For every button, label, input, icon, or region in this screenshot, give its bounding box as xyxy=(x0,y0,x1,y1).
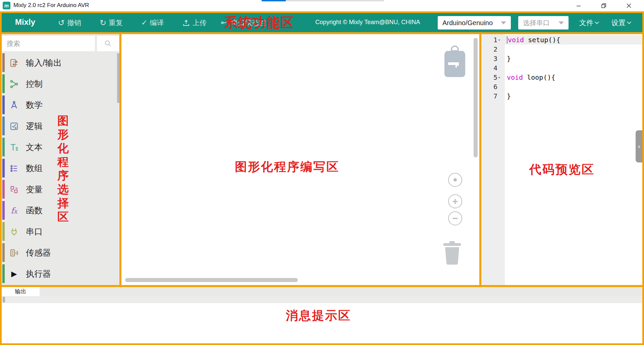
search-input[interactable] xyxy=(2,36,95,51)
fold-arrow-icon: ▾ xyxy=(498,75,502,80)
function-icon: fx xyxy=(9,206,19,216)
chevron-down-icon xyxy=(501,21,506,24)
actuator-icon: ▶ xyxy=(9,269,19,279)
sidebar-item-actuator[interactable]: ▶执行器 xyxy=(2,263,119,284)
workspace-canvas[interactable]: + − xyxy=(121,34,479,285)
center-target-icon xyxy=(453,178,457,182)
line-number: 6 xyxy=(493,83,497,91)
toolbar-item-compile[interactable]: ✓编译 xyxy=(141,13,164,32)
sidebar-item-control[interactable]: 控制 xyxy=(2,73,119,94)
canvas-horizontal-scrollbar[interactable] xyxy=(125,278,298,282)
code-line-5[interactable]: 5▾void loop(){ xyxy=(481,73,642,82)
canvas-vertical-scrollbar[interactable] xyxy=(474,38,478,157)
category-color-strip xyxy=(2,138,5,156)
zoom-center-button[interactable] xyxy=(448,173,462,187)
line-number: 4 xyxy=(493,64,497,72)
code-lines: 1▾void setup(){23}45▾void loop(){67} xyxy=(481,35,642,101)
line-number: 5 xyxy=(493,73,497,81)
code-line-4[interactable]: 4 xyxy=(481,63,642,73)
output-scroll-strip xyxy=(2,296,642,303)
category-color-strip xyxy=(2,95,5,114)
category-color-strip xyxy=(2,243,5,262)
category-label: 传感器 xyxy=(26,247,51,258)
variable-icon xyxy=(9,185,19,195)
sidebar-item-math[interactable]: 数学 xyxy=(2,94,119,116)
sidebar-item-function[interactable]: fx函数 xyxy=(2,200,119,221)
app-frame: Mixly ↺撤销↻重复✓编译上传串口状态栏 Copyright © Mixly… xyxy=(0,11,644,345)
chevron-right-icon: › xyxy=(637,142,641,150)
zoom-in-button[interactable]: + xyxy=(448,194,462,208)
line-number: 2 xyxy=(493,45,497,53)
category-label: 数学 xyxy=(26,99,43,111)
restore-button[interactable] xyxy=(596,1,611,11)
toolbar-item-label: 串口状态栏 xyxy=(231,18,266,27)
math-icon xyxy=(9,100,19,110)
minimize-button[interactable] xyxy=(571,1,586,11)
window-title: Mixly 2.0 rc2 For Arduino AVR xyxy=(13,2,89,9)
zoom-out-button[interactable]: − xyxy=(448,211,462,225)
upload-icon xyxy=(182,19,190,27)
serial-port-icon xyxy=(9,227,19,237)
code-line-7[interactable]: 7} xyxy=(481,91,642,101)
tab-output[interactable]: 输出 xyxy=(2,287,40,296)
toolbar-item-upload[interactable]: 上传 xyxy=(182,13,207,32)
sidebar-item-array[interactable]: 数组 xyxy=(2,158,119,179)
line-number: 3 xyxy=(493,55,497,63)
chevron-down-icon xyxy=(595,20,599,24)
close-button[interactable] xyxy=(621,1,637,11)
trash-icon[interactable] xyxy=(443,240,462,265)
control-icon xyxy=(9,79,19,89)
category-label: 文本 xyxy=(26,142,43,153)
app-window: m Mixly 2.0 rc2 For Arduino AVR Mixly ↺撤… xyxy=(0,0,644,345)
toolbar-item-redo[interactable]: ↻重复 xyxy=(100,13,123,32)
category-color-strip xyxy=(2,264,5,283)
toolbar-item-serial-status[interactable]: 串口状态栏 xyxy=(220,13,266,32)
category-color-strip xyxy=(2,222,5,241)
minus-icon: − xyxy=(452,213,458,223)
port-select-value: 选择串口 xyxy=(523,18,550,27)
plus-icon: + xyxy=(452,196,458,206)
sensor-icon xyxy=(9,248,19,258)
sidebar-item-io[interactable]: 输入/输出 xyxy=(2,52,119,73)
category-list: 输入/输出控制数学逻辑文本数组变量fx函数串口传感器▶执行器 xyxy=(2,52,119,284)
output-area: 输出 xyxy=(2,287,642,343)
sidebar-item-logic[interactable]: 逻辑 xyxy=(2,116,119,137)
code-line-6[interactable]: 6 xyxy=(481,82,642,91)
category-label: 变量 xyxy=(26,184,43,195)
category-color-strip xyxy=(2,117,5,135)
category-label: 输入/输出 xyxy=(26,57,62,68)
code-preview-panel: 1▾void setup(){23}45▾void loop(){67} › xyxy=(481,34,642,285)
line-number: 7 xyxy=(493,92,497,100)
category-label: 串口 xyxy=(26,226,43,237)
settings-menu[interactable]: 设置 xyxy=(611,18,631,27)
search-button[interactable] xyxy=(97,36,119,51)
sidebar-item-sensor[interactable]: 传感器 xyxy=(2,242,119,263)
category-color-strip xyxy=(2,180,5,199)
port-select-dropdown[interactable]: 选择串口 xyxy=(518,16,569,29)
title-progress-gray-bar xyxy=(286,0,384,1)
io-icon xyxy=(9,58,19,68)
array-icon xyxy=(9,163,19,174)
title-bar: m Mixly 2.0 rc2 For Arduino AVR xyxy=(0,0,644,11)
file-menu[interactable]: 文件 xyxy=(579,18,598,27)
toolbar-item-undo[interactable]: ↺撤销 xyxy=(58,13,81,32)
sidebar-item-variable[interactable]: 变量 xyxy=(2,179,119,200)
collapse-panel-button[interactable]: › xyxy=(636,130,642,162)
board-select-dropdown[interactable]: Arduino/Genuino xyxy=(438,16,511,29)
main-row: 输入/输出控制数学逻辑文本数组变量fx函数串口传感器▶执行器 + xyxy=(2,34,642,285)
category-color-strip xyxy=(2,53,5,72)
sidebar-item-serial[interactable]: 串口 xyxy=(2,221,119,242)
sidebar-item-text[interactable]: 文本 xyxy=(2,137,119,158)
text-cursor xyxy=(507,36,507,44)
toolbar-item-label: 撤销 xyxy=(67,18,81,27)
code-line-3[interactable]: 3} xyxy=(481,54,642,63)
backpack-icon[interactable] xyxy=(443,45,467,78)
check-icon: ✓ xyxy=(141,18,147,27)
category-color-strip xyxy=(2,159,5,178)
code-line-2[interactable]: 2 xyxy=(481,45,642,54)
toolbar-item-label: 编译 xyxy=(150,18,164,27)
logic-icon xyxy=(9,121,19,131)
code-line-1[interactable]: 1▾void setup(){ xyxy=(481,35,642,45)
output-scrollbar-thumb[interactable] xyxy=(3,297,5,302)
serial-icon xyxy=(220,19,228,27)
